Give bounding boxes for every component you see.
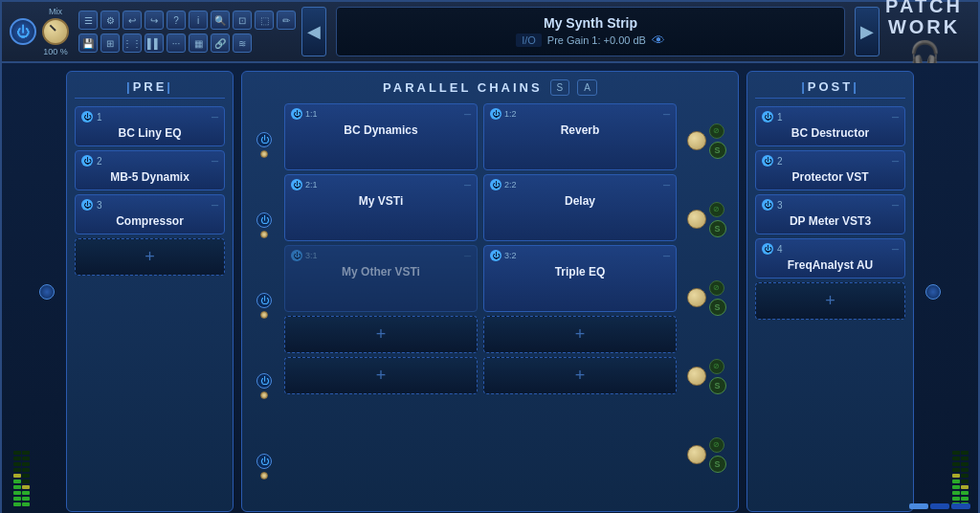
redo-icon[interactable]: ↪ (145, 11, 164, 30)
chain-4-solo-button[interactable]: S (709, 377, 726, 394)
mode-a-button[interactable]: A (577, 79, 597, 96)
chain-2-2-minimize[interactable]: ─ (663, 180, 670, 190)
settings-icon[interactable]: ⚙ (100, 11, 120, 30)
post-slot-1-minimize[interactable]: ─ (892, 112, 899, 123)
chain-slot-1-1[interactable]: ⏻ 1:1 ─ BC Dynamics (284, 103, 478, 170)
chain-5-solo-button[interactable]: S (709, 456, 726, 473)
post-slot-4-power[interactable]: ⏻ (762, 243, 773, 255)
mode-s-button[interactable]: S (550, 79, 570, 96)
save-icon[interactable]: 💾 (78, 33, 98, 53)
mix-knob[interactable] (42, 18, 69, 45)
chain-2-1-power[interactable]: ⏻ (291, 179, 302, 190)
window-icon[interactable]: ⊡ (233, 11, 252, 30)
wave-icon[interactable]: ≋ (233, 33, 252, 53)
vu-bar (952, 497, 960, 501)
chain-5-power-button[interactable]: ⏻ (256, 454, 272, 469)
post-add-slot[interactable]: + (755, 282, 905, 320)
post-slot-3-power[interactable]: ⏻ (762, 199, 773, 211)
chain-column-1-add-slot-2[interactable]: + (284, 357, 478, 394)
undo-icon[interactable]: ↩ (122, 11, 142, 30)
chain-column-2-add-slot[interactable]: + (483, 316, 677, 353)
chain-1-1-name: BC Dynamics (291, 122, 471, 139)
chain-3-mute-button[interactable]: ⊘ (709, 280, 724, 296)
post-slot-3-minimize[interactable]: ─ (892, 200, 899, 211)
chain-3-1-minimize[interactable]: ─ (464, 251, 471, 261)
pre-slot-1-power[interactable]: ⏻ (81, 111, 93, 123)
prev-preset-button[interactable]: ◀ (301, 7, 326, 56)
post-slot-1-power[interactable]: ⏻ (762, 111, 773, 123)
chain-slot-3-2[interactable]: ⏻ 3:2 ─ Triple EQ (483, 245, 677, 312)
left-side-knob[interactable] (39, 284, 55, 300)
vu-bar (961, 497, 969, 501)
chain-1-2-minimize[interactable]: ─ (663, 109, 670, 120)
preset-name: My Synth Strip (544, 15, 637, 31)
eye-icon[interactable]: 👁 (652, 33, 665, 48)
chain-1-power-button[interactable]: ⏻ (256, 132, 272, 147)
post-slot-2-power[interactable]: ⏻ (762, 155, 773, 167)
chain-3-level-knob[interactable] (687, 288, 706, 307)
chain-column-2-add-slot-2[interactable]: + (483, 357, 677, 394)
chain-4-mute-button[interactable]: ⊘ (709, 359, 724, 374)
right-side-knob[interactable] (925, 284, 941, 300)
io-label[interactable]: I/O (516, 33, 542, 47)
expand-icon[interactable]: ⬚ (255, 11, 274, 30)
chain-slot-1-2[interactable]: ⏻ 1:2 ─ Reverb (483, 103, 677, 170)
pre-plugin-slot-3[interactable]: ⏻ 3 ─ Compressor (75, 194, 225, 234)
tile-icon[interactable]: ▦ (189, 33, 208, 53)
chain-4-power-button[interactable]: ⏻ (256, 373, 272, 389)
info-icon[interactable]: i (189, 11, 208, 30)
pre-slot-1-minimize[interactable]: ─ (212, 112, 218, 123)
chain-slot-3-1[interactable]: ⏻ 3:1 ─ My Other VSTi (284, 245, 478, 312)
pre-plugin-slot-2[interactable]: ⏻ 2 ─ MB-5 Dynamix (75, 150, 225, 190)
grid-icon[interactable]: ⊞ (100, 33, 120, 53)
chain-2-level-knob[interactable] (687, 210, 706, 229)
pre-slot-2-power[interactable]: ⏻ (81, 155, 93, 167)
chain-1-level-knob[interactable] (687, 131, 706, 150)
chain-2-1-minimize[interactable]: ─ (464, 180, 471, 190)
chain-3-2-minimize[interactable]: ─ (663, 251, 670, 261)
chain-2-solo-button[interactable]: S (709, 220, 726, 237)
pre-slot-3-power[interactable]: ⏻ (81, 199, 93, 211)
chain-1-mute-button[interactable]: ⊘ (709, 123, 724, 139)
post-plugin-slot-2[interactable]: ⏻ 2 ─ Protector VST (755, 150, 905, 190)
chain-1-1-power[interactable]: ⏻ (291, 108, 302, 120)
post-plugin-2-name: Protector VST (762, 168, 899, 186)
vu-bar (13, 480, 21, 483)
chain-5-mute-button[interactable]: ⊘ (709, 437, 724, 453)
pencil-icon[interactable]: ✏ (277, 11, 296, 30)
chain-3-2-power[interactable]: ⏻ (490, 250, 501, 261)
chain-1-solo-button[interactable]: S (709, 142, 726, 159)
chain-3-1-power[interactable]: ⏻ (291, 250, 302, 261)
list-icon[interactable]: ⋮⋮ (122, 33, 142, 53)
chain-slot-2-1[interactable]: ⏻ 2:1 ─ My VSTi (284, 174, 478, 241)
power-button[interactable]: ⏻ (10, 18, 36, 45)
post-slot-4-minimize[interactable]: ─ (892, 244, 899, 255)
pre-add-slot[interactable]: + (75, 238, 225, 276)
post-plugin-slot-4[interactable]: ⏻ 4 ─ FreqAnalyst AU (755, 238, 905, 279)
chain-slot-2-2[interactable]: ⏻ 2:2 ─ Delay (483, 174, 677, 241)
search-icon[interactable]: 🔍 (211, 11, 230, 30)
pre-plugin-slot-1[interactable]: ⏻ 1 ─ BC Liny EQ (75, 106, 225, 146)
help-icon[interactable]: ? (167, 11, 186, 30)
chain-2-power-button[interactable]: ⏻ (256, 212, 272, 228)
chain-1-2-name: Reverb (490, 122, 670, 139)
chain-2-mute-button[interactable]: ⊘ (709, 202, 724, 217)
post-plugin-slot-3[interactable]: ⏻ 3 ─ DP Meter VST3 (755, 194, 905, 234)
post-plugin-slot-1[interactable]: ⏻ 1 ─ BC Destructor (755, 106, 905, 146)
dots-icon[interactable]: ··· (167, 33, 186, 53)
chain-1-2-power[interactable]: ⏻ (490, 108, 501, 120)
bar-icon[interactable]: ▌▌ (145, 33, 164, 53)
chain-1-1-minimize[interactable]: ─ (464, 109, 471, 120)
post-slot-2-minimize[interactable]: ─ (892, 156, 899, 167)
chain-column-1-add-slot[interactable]: + (284, 316, 478, 353)
next-preset-button[interactable]: ▶ (855, 7, 880, 56)
chain-4-level-knob[interactable] (687, 367, 706, 386)
chain-3-solo-button[interactable]: S (709, 299, 726, 316)
chain-2-2-power[interactable]: ⏻ (490, 179, 501, 190)
pre-slot-2-minimize[interactable]: ─ (212, 156, 218, 167)
menu-icon[interactable]: ☰ (78, 11, 98, 30)
chain-3-power-button[interactable]: ⏻ (256, 293, 272, 308)
chain-5-level-knob[interactable] (687, 445, 706, 464)
pre-slot-3-minimize[interactable]: ─ (212, 200, 218, 211)
link-icon[interactable]: 🔗 (211, 33, 230, 53)
